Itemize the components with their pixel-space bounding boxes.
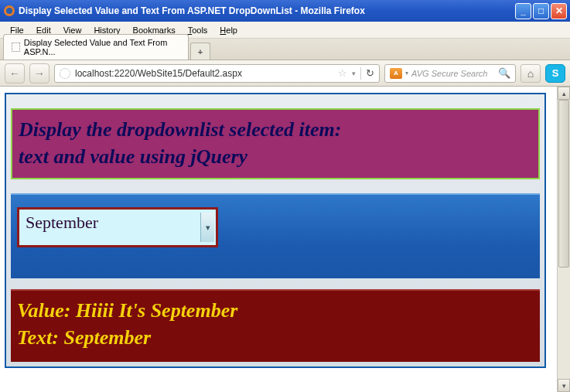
search-box[interactable]: A ▾ AVG Secure Search 🔍 bbox=[384, 64, 516, 83]
separator bbox=[360, 67, 361, 80]
address-bar[interactable]: localhost:2220/WebSite15/Default2.aspx ☆… bbox=[54, 64, 380, 83]
back-button[interactable]: ← bbox=[5, 63, 25, 84]
home-icon: ⌂ bbox=[527, 67, 534, 80]
svg-point-1 bbox=[6, 8, 12, 14]
search-placeholder: AVG Secure Search bbox=[411, 69, 495, 78]
page-body: Display the dropdownlist selected item: … bbox=[0, 87, 557, 392]
menu-help[interactable]: Help bbox=[214, 24, 243, 36]
heading-panel: Display the dropdownlist selected item: … bbox=[11, 108, 540, 179]
chevron-down-icon[interactable]: ▾ bbox=[200, 213, 214, 242]
month-dropdown[interactable]: September ▾ bbox=[17, 207, 218, 247]
new-tab-button[interactable]: + bbox=[190, 43, 210, 60]
search-engine-dropdown-icon[interactable]: ▾ bbox=[405, 70, 408, 77]
page-container: Display the dropdownlist selected item: … bbox=[5, 93, 546, 368]
vertical-scrollbar[interactable]: ▴ ▾ bbox=[557, 87, 570, 392]
url-text: localhost:2220/WebSite15/Default2.aspx bbox=[75, 68, 333, 79]
result-panel: Value: Hiiii It's September Text: Septem… bbox=[11, 289, 540, 362]
result-value-line: Value: Hiiii It's September bbox=[17, 297, 534, 324]
skype-icon: S bbox=[552, 67, 559, 79]
heading-line-1: Display the dropdownlist selected item: bbox=[19, 116, 532, 143]
scroll-thumb[interactable] bbox=[558, 100, 569, 268]
site-icon bbox=[60, 68, 70, 79]
result-text-line: Text: September bbox=[17, 324, 534, 351]
tabbar: Display Selected Value and Text From ASP… bbox=[0, 39, 570, 60]
search-icon[interactable]: 🔍 bbox=[498, 67, 510, 79]
maximize-button[interactable]: □ bbox=[533, 3, 549, 19]
navbar: ← → localhost:2220/WebSite15/Default2.as… bbox=[0, 60, 570, 87]
heading-line-2: text and value using jQuery bbox=[19, 143, 532, 170]
scroll-up-button[interactable]: ▴ bbox=[558, 87, 570, 100]
forward-button[interactable]: → bbox=[29, 63, 49, 84]
form-panel: September ▾ bbox=[11, 193, 540, 278]
home-button[interactable]: ⌂ bbox=[521, 64, 541, 83]
firefox-icon bbox=[3, 5, 15, 17]
reload-button[interactable]: ↻ bbox=[366, 67, 374, 79]
tab-active[interactable]: Display Selected Value and Text From ASP… bbox=[3, 34, 189, 60]
scroll-track[interactable] bbox=[558, 100, 570, 379]
skype-button[interactable]: S bbox=[545, 64, 565, 83]
minimize-button[interactable]: _ bbox=[515, 3, 531, 19]
close-button[interactable]: ✕ bbox=[551, 3, 567, 19]
avg-logo-icon: A bbox=[390, 68, 402, 79]
dropdown-caret-icon[interactable]: ▾ bbox=[352, 70, 356, 77]
dropdown-selected-text: September bbox=[26, 213, 200, 233]
bookmark-star-icon[interactable]: ☆ bbox=[338, 67, 347, 79]
tab-label: Display Selected Value and Text From ASP… bbox=[24, 38, 180, 56]
page-icon bbox=[12, 43, 20, 52]
window-title: Display Selected Value and Text From ASP… bbox=[19, 5, 515, 16]
scroll-down-button[interactable]: ▾ bbox=[558, 379, 570, 392]
window-titlebar: Display Selected Value and Text From ASP… bbox=[0, 0, 570, 22]
viewport: Display the dropdownlist selected item: … bbox=[0, 87, 570, 392]
